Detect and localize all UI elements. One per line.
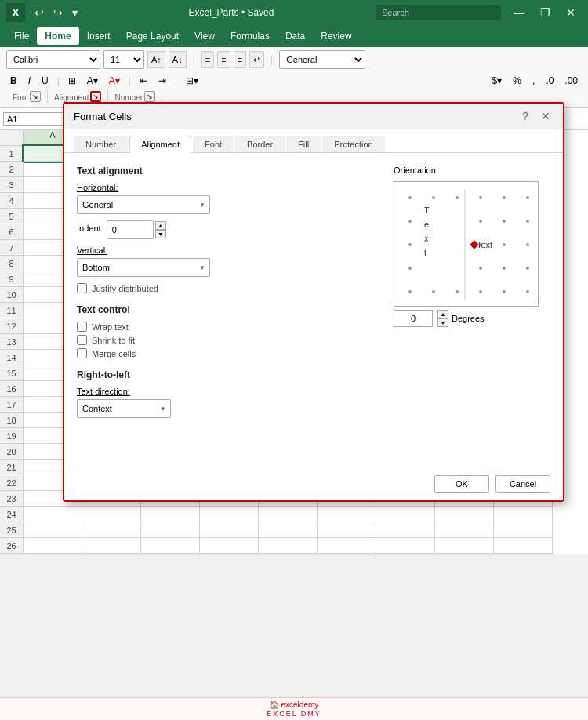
cell[interactable] <box>435 522 494 538</box>
number-launcher[interactable]: ↘ <box>144 91 155 102</box>
tab-fill[interactable]: Fill <box>286 136 321 152</box>
wrap-text-button[interactable]: ↵ <box>249 51 264 68</box>
font-color-button[interactable]: A▾ <box>105 72 124 89</box>
bold-button[interactable]: B <box>6 72 21 89</box>
comma-button[interactable]: , <box>528 72 539 89</box>
cell[interactable] <box>376 538 435 554</box>
align-center-button[interactable]: ≡ <box>217 51 230 68</box>
dialog-close-button[interactable]: ✕ <box>538 110 554 122</box>
borders-button[interactable]: ⊞ <box>64 72 80 89</box>
redo-button[interactable]: ↪ <box>50 5 66 20</box>
tab-alignment[interactable]: Alignment <box>129 136 191 153</box>
merge-cells-checkbox[interactable] <box>77 348 87 358</box>
number-format-select[interactable]: General <box>279 50 365 69</box>
cell[interactable] <box>318 522 376 538</box>
font-launcher[interactable]: ↘ <box>30 91 41 102</box>
indent-increase-button[interactable]: ⇥ <box>154 72 170 89</box>
cell[interactable] <box>82 522 141 538</box>
shrink-to-fit-checkbox[interactable] <box>77 335 87 345</box>
align-left-button[interactable]: ≡ <box>201 51 214 68</box>
tab-font[interactable]: Font <box>193 136 234 152</box>
degrees-down-button[interactable]: ▼ <box>437 318 448 327</box>
merge-center-button[interactable]: ⊟▾ <box>182 72 202 89</box>
restore-button[interactable]: ❐ <box>534 5 557 20</box>
menu-home[interactable]: Home <box>37 27 78 45</box>
tab-protection[interactable]: Protection <box>322 136 385 152</box>
svg-text:Text: Text <box>477 240 492 249</box>
undo-redo-group: ↩ ↪ ▾ <box>31 5 81 20</box>
decimal-increase-button[interactable]: .0 <box>542 72 557 89</box>
cell[interactable] <box>494 538 553 554</box>
alignment-launcher[interactable]: ↘ <box>90 91 101 102</box>
svg-point-8 <box>503 220 506 223</box>
row-header: 20 <box>0 444 24 460</box>
menu-review[interactable]: Review <box>313 27 359 45</box>
cell[interactable] <box>376 507 435 522</box>
ok-button[interactable]: OK <box>434 475 489 493</box>
cell[interactable] <box>24 522 82 538</box>
name-box[interactable]: A1 <box>3 112 66 126</box>
undo-button[interactable]: ↩ <box>31 5 47 20</box>
cell[interactable] <box>141 538 200 554</box>
cell[interactable] <box>259 522 318 538</box>
menu-view[interactable]: View <box>187 27 223 45</box>
cell[interactable] <box>200 538 259 554</box>
minimize-button[interactable]: — <box>507 5 531 20</box>
cell[interactable] <box>24 538 82 554</box>
indent-down-button[interactable]: ▼ <box>155 230 166 238</box>
percent-button[interactable]: % <box>509 72 525 89</box>
dialog-help-button[interactable]: ? <box>519 110 532 122</box>
cell[interactable] <box>376 522 435 538</box>
close-button[interactable]: ✕ <box>560 5 582 20</box>
wrap-text-checkbox[interactable] <box>77 322 87 332</box>
justify-distributed-checkbox[interactable] <box>77 283 87 293</box>
degrees-up-button[interactable]: ▲ <box>437 310 448 318</box>
cell[interactable] <box>200 507 259 522</box>
cell[interactable] <box>82 538 141 554</box>
align-right-button[interactable]: ≡ <box>234 51 246 68</box>
font-name-select[interactable]: Calibri <box>6 50 100 69</box>
italic-button[interactable]: I <box>24 72 34 89</box>
text-direction-field-label: Text direction: <box>77 387 381 396</box>
tab-number[interactable]: Number <box>74 136 128 152</box>
increase-font-button[interactable]: A↑ <box>147 51 165 68</box>
text-direction-select[interactable]: Context Left-to-Right Right-to-Left <box>77 399 171 418</box>
fill-color-button[interactable]: A▾ <box>83 72 102 89</box>
cell[interactable] <box>435 538 494 554</box>
cell[interactable] <box>141 522 200 538</box>
decimal-decrease-button[interactable]: .00 <box>561 72 582 89</box>
quick-access-dropdown[interactable]: ▾ <box>69 5 81 20</box>
font-size-select[interactable]: 11 <box>103 50 144 69</box>
search-input[interactable] <box>376 5 501 20</box>
horizontal-select[interactable]: General Left Center Right <box>77 195 210 214</box>
currency-button[interactable]: $▾ <box>488 72 506 89</box>
menu-file[interactable]: File <box>6 27 37 45</box>
menu-formulas[interactable]: Formulas <box>223 27 278 45</box>
cell[interactable] <box>259 538 318 554</box>
indent-up-button[interactable]: ▲ <box>155 221 166 230</box>
underline-button[interactable]: U <box>38 72 53 89</box>
cell[interactable] <box>82 507 141 522</box>
horizontal-label: Horizontal: <box>77 183 381 192</box>
cell[interactable] <box>318 538 376 554</box>
vertical-select[interactable]: Bottom Top Center <box>77 258 210 277</box>
tab-border[interactable]: Border <box>235 136 285 152</box>
cell[interactable] <box>24 507 82 522</box>
menu-page-layout[interactable]: Page Layout <box>118 27 187 45</box>
decrease-font-button[interactable]: A↓ <box>169 51 187 68</box>
orientation-box[interactable]: T e x t Text <box>394 181 539 307</box>
cell[interactable] <box>435 507 494 522</box>
cancel-button[interactable]: Cancel <box>495 475 550 493</box>
menu-insert[interactable]: Insert <box>79 27 118 45</box>
cell[interactable] <box>259 507 318 522</box>
degrees-input[interactable]: 0 <box>394 310 433 327</box>
cell[interactable] <box>200 522 259 538</box>
cell[interactable] <box>494 507 553 522</box>
indent-input[interactable]: 0 <box>107 220 154 239</box>
indent-decrease-button[interactable]: ⇤ <box>136 72 151 89</box>
cell[interactable] <box>318 507 376 522</box>
cell[interactable] <box>494 522 553 538</box>
menu-data[interactable]: Data <box>278 27 313 45</box>
svg-point-9 <box>526 220 529 223</box>
cell[interactable] <box>141 507 200 522</box>
